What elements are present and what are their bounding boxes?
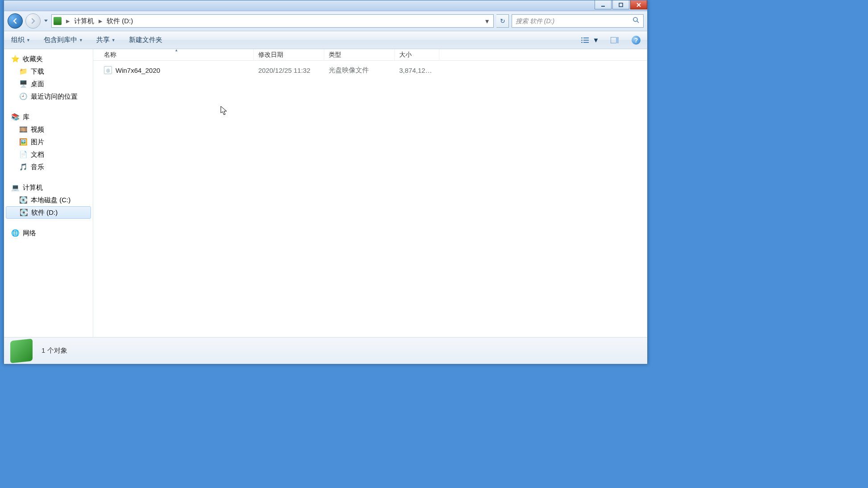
share-menu[interactable]: 共享▼ xyxy=(94,34,118,46)
music-icon: 🎵 xyxy=(19,163,27,171)
svg-rect-9 xyxy=(583,42,589,43)
explorer-window: ▶ 计算机 ▶ 软件 (D:) ▾ ↻ 组织▼ 包含到库中▼ 共享▼ 新建文件夹… xyxy=(4,0,648,364)
desktop-icon: 🖥️ xyxy=(19,80,27,88)
iso-file-icon: ◎ xyxy=(104,66,112,74)
computer-icon: 💻 xyxy=(11,184,19,192)
refresh-button[interactable]: ↻ xyxy=(496,14,509,28)
title-bar xyxy=(4,0,647,11)
sidebar-music[interactable]: 🎵音乐 xyxy=(4,161,93,173)
sidebar-recent[interactable]: 🕘最近访问的位置 xyxy=(4,90,93,103)
sort-indicator-icon: ▲ xyxy=(175,49,178,52)
file-size: 3,874,126 ... xyxy=(395,67,439,74)
folder-icon: 📁 xyxy=(19,67,27,75)
new-folder-button[interactable]: 新建文件夹 xyxy=(126,34,165,46)
library-icon: 📚 xyxy=(11,113,19,121)
search-icon[interactable] xyxy=(632,17,640,25)
svg-rect-11 xyxy=(616,37,619,43)
file-name: Win7x64_2020 xyxy=(116,67,160,74)
sidebar-documents[interactable]: 📄文档 xyxy=(4,148,93,161)
organize-label: 组织 xyxy=(11,36,25,44)
sidebar-drive-c[interactable]: 💽本地磁盘 (C:) xyxy=(4,194,93,206)
sidebar-desktop[interactable]: 🖥️桌面 xyxy=(4,78,93,90)
column-date[interactable]: 修改日期 xyxy=(254,49,324,60)
sidebar-drive-d[interactable]: 💽软件 (D:) xyxy=(6,206,91,219)
view-dropdown[interactable]: ▼ xyxy=(592,34,600,46)
sidebar-item-label: 下载 xyxy=(31,67,44,76)
sidebar-item-label: 网络 xyxy=(23,229,36,238)
file-name-cell: ◎ Win7x64_2020 xyxy=(99,66,254,74)
column-type[interactable]: 类型 xyxy=(324,49,395,60)
include-in-library-menu[interactable]: 包含到库中▼ xyxy=(41,34,86,46)
sidebar-favorites[interactable]: ⭐收藏夹 xyxy=(4,53,93,65)
file-pane: ▲名称 修改日期 类型 大小 ◎ Win7x64_2020 2020/12/25… xyxy=(93,49,647,337)
minimize-button[interactable] xyxy=(595,0,612,9)
history-dropdown[interactable] xyxy=(43,14,49,28)
chevron-down-icon: ▼ xyxy=(79,38,83,42)
sidebar-libraries[interactable]: 📚库 xyxy=(4,111,93,123)
navigation-bar: ▶ 计算机 ▶ 软件 (D:) ▾ ↻ xyxy=(4,11,647,31)
document-icon: 📄 xyxy=(19,150,27,158)
help-button[interactable]: ? xyxy=(629,34,643,46)
sidebar-item-label: 文档 xyxy=(31,150,44,159)
sidebar-item-label: 本地磁盘 (C:) xyxy=(31,196,70,204)
organize-menu[interactable]: 组织▼ xyxy=(8,34,33,46)
svg-rect-1 xyxy=(619,3,623,7)
breadcrumb-computer[interactable]: 计算机 xyxy=(72,16,96,26)
column-name[interactable]: ▲名称 xyxy=(99,49,254,60)
view-icon[interactable] xyxy=(579,34,592,46)
back-button[interactable] xyxy=(8,13,23,29)
navigation-pane: ⭐收藏夹 📁下载 🖥️桌面 🕘最近访问的位置 📚库 🎞️视频 🖼️图片 📄文档 … xyxy=(4,49,93,337)
column-label: 类型 xyxy=(329,51,341,59)
chevron-down-icon: ▼ xyxy=(112,38,116,42)
search-box[interactable] xyxy=(512,14,644,28)
video-icon: 🎞️ xyxy=(19,125,27,133)
forward-button[interactable] xyxy=(25,13,41,29)
sidebar-computer[interactable]: 💻计算机 xyxy=(4,181,93,194)
star-icon: ⭐ xyxy=(11,55,19,63)
new-folder-label: 新建文件夹 xyxy=(129,36,162,44)
explorer-body: ⭐收藏夹 📁下载 🖥️桌面 🕘最近访问的位置 📚库 🎞️视频 🖼️图片 📄文档 … xyxy=(4,49,647,337)
breadcrumb-separator: ▶ xyxy=(99,18,102,24)
command-toolbar: 组织▼ 包含到库中▼ 共享▼ 新建文件夹 ▼ ? xyxy=(4,31,647,49)
svg-rect-4 xyxy=(581,38,583,38)
sidebar-videos[interactable]: 🎞️视频 xyxy=(4,123,93,136)
sidebar-item-label: 计算机 xyxy=(23,184,43,192)
sidebar-item-label: 收藏夹 xyxy=(23,55,43,63)
drive-icon xyxy=(54,17,62,25)
sidebar-downloads[interactable]: 📁下载 xyxy=(4,65,93,78)
help-icon: ? xyxy=(632,36,641,45)
sidebar-item-label: 视频 xyxy=(31,125,44,134)
file-type: 光盘映像文件 xyxy=(324,66,395,75)
close-button[interactable] xyxy=(630,0,647,9)
column-label: 大小 xyxy=(399,51,412,59)
preview-pane-button[interactable] xyxy=(608,34,621,46)
status-bar: 1 个对象 xyxy=(4,337,647,364)
share-label: 共享 xyxy=(96,36,110,44)
svg-line-3 xyxy=(637,21,639,23)
drive-icon: 💽 xyxy=(20,209,28,217)
svg-rect-7 xyxy=(583,40,589,41)
svg-rect-6 xyxy=(581,40,583,41)
sidebar-item-label: 库 xyxy=(23,113,29,121)
sidebar-pictures[interactable]: 🖼️图片 xyxy=(4,136,93,148)
column-headers: ▲名称 修改日期 类型 大小 xyxy=(93,49,647,61)
breadcrumb-separator: ▶ xyxy=(66,18,70,24)
drive-icon: 💽 xyxy=(19,196,27,204)
file-row[interactable]: ◎ Win7x64_2020 2020/12/25 11:32 光盘映像文件 3… xyxy=(93,63,647,77)
address-bar[interactable]: ▶ 计算机 ▶ 软件 (D:) ▾ xyxy=(51,14,494,28)
address-dropdown[interactable]: ▾ xyxy=(483,17,492,25)
sidebar-item-label: 桌面 xyxy=(31,80,44,88)
file-list[interactable]: ◎ Win7x64_2020 2020/12/25 11:32 光盘映像文件 3… xyxy=(93,61,647,337)
column-size[interactable]: 大小 xyxy=(395,49,439,60)
recent-icon: 🕘 xyxy=(19,92,27,100)
chevron-down-icon: ▼ xyxy=(26,38,30,42)
sidebar-item-label: 软件 (D:) xyxy=(31,209,58,217)
svg-rect-0 xyxy=(601,6,605,7)
search-input[interactable] xyxy=(516,17,632,25)
sidebar-item-label: 最近访问的位置 xyxy=(31,92,78,101)
sidebar-network[interactable]: 🌐网络 xyxy=(4,227,93,239)
view-menu[interactable]: ▼ xyxy=(579,34,600,46)
maximize-button[interactable] xyxy=(612,0,629,9)
include-label: 包含到库中 xyxy=(44,36,77,44)
breadcrumb-current[interactable]: 软件 (D:) xyxy=(105,16,135,26)
